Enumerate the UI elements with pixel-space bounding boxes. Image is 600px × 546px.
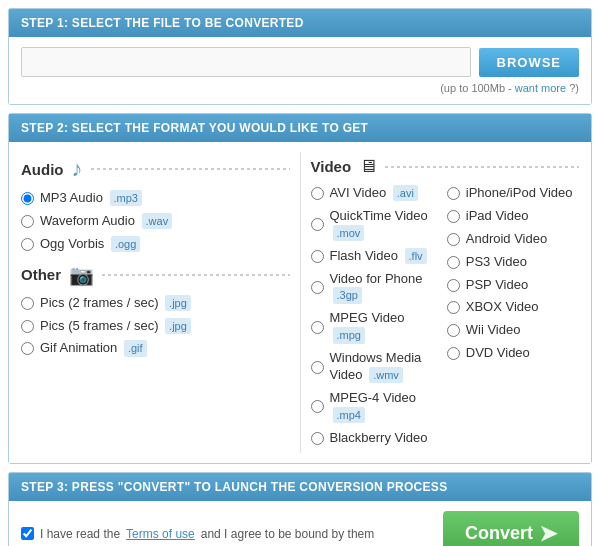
video-col2: iPhone/iPod Video iPad Video Android Vid… xyxy=(447,185,579,453)
terms-checkbox[interactable] xyxy=(21,527,34,540)
mp4-label: MPEG-4 Video .mp4 xyxy=(330,390,443,424)
step3-section: STEP 3: PRESS "CONVERT" TO LAUNCH THE CO… xyxy=(8,472,592,546)
android-radio[interactable] xyxy=(447,233,460,246)
audio-other-col: Audio MP3 Audio .mp3 Waveform Audio .wav… xyxy=(21,152,290,453)
terms-link[interactable]: Terms of use xyxy=(126,527,195,541)
step2-body: Audio MP3 Audio .mp3 Waveform Audio .wav… xyxy=(9,142,591,463)
list-item: DVD Video xyxy=(447,345,579,362)
wii-label: Wii Video xyxy=(466,322,521,339)
ogg-label: Ogg Vorbis .ogg xyxy=(40,236,140,253)
list-item: Video for Phone .3gp xyxy=(311,271,443,305)
convert-button[interactable]: Convert ➤ xyxy=(443,511,579,546)
mp4-radio[interactable] xyxy=(311,400,324,413)
step3-header: STEP 3: PRESS "CONVERT" TO LAUNCH THE CO… xyxy=(9,473,591,501)
video-label: Video xyxy=(311,158,352,175)
mp3-radio[interactable] xyxy=(21,192,34,205)
gif-radio[interactable] xyxy=(21,342,34,355)
list-item: Wii Video xyxy=(447,322,579,339)
blackberry-radio[interactable] xyxy=(311,432,324,445)
psp-label: PSP Video xyxy=(466,277,528,294)
list-item: QuickTime Video .mov xyxy=(311,208,443,242)
wav-radio[interactable] xyxy=(21,215,34,228)
dvd-label: DVD Video xyxy=(466,345,530,362)
mpg-tag: .mpg xyxy=(333,327,365,343)
xbox-radio[interactable] xyxy=(447,301,460,314)
audio-divider xyxy=(91,168,290,170)
flv-radio[interactable] xyxy=(311,250,324,263)
audio-label: Audio xyxy=(21,161,64,178)
list-item: Pics (2 frames / sec) .jpg xyxy=(21,295,290,312)
mov-label: QuickTime Video .mov xyxy=(330,208,443,242)
gif-tag: .gif xyxy=(124,340,147,356)
file-note: (up to 100Mb - want more ?) xyxy=(21,82,579,94)
file-input[interactable] xyxy=(21,47,471,77)
video-icon xyxy=(359,156,377,177)
mov-tag: .mov xyxy=(333,225,365,241)
file-input-row: BROWSE xyxy=(21,47,579,77)
psp-radio[interactable] xyxy=(447,279,460,292)
other-divider xyxy=(102,274,289,276)
3gp-tag: .3gp xyxy=(333,287,362,303)
3gp-radio[interactable] xyxy=(311,281,324,294)
mp3-label: MP3 Audio .mp3 xyxy=(40,190,142,207)
ogg-tag: .ogg xyxy=(111,236,140,252)
other-label: Other xyxy=(21,266,61,283)
gif-label: Gif Animation .gif xyxy=(40,340,147,357)
iphone-radio[interactable] xyxy=(447,187,460,200)
browse-button[interactable]: BROWSE xyxy=(479,48,580,77)
step2-header: STEP 2: SELECT THE FORMAT YOU WOULD LIKE… xyxy=(9,114,591,142)
ipad-label: iPad Video xyxy=(466,208,529,225)
want-more-link[interactable]: want more xyxy=(515,82,566,94)
mov-radio[interactable] xyxy=(311,218,324,231)
list-item: iPad Video xyxy=(447,208,579,225)
list-item: Waveform Audio .wav xyxy=(21,213,290,230)
wmv-tag: .wmv xyxy=(369,367,403,383)
camera-icon xyxy=(69,263,94,287)
pics5-radio[interactable] xyxy=(21,320,34,333)
mpg-label: MPEG Video .mpg xyxy=(330,310,443,344)
video-divider xyxy=(385,166,579,168)
dvd-radio[interactable] xyxy=(447,347,460,360)
step1-header: STEP 1: SELECT THE FILE TO BE CONVERTED xyxy=(9,9,591,37)
avi-tag: .avi xyxy=(393,185,418,201)
wmv-radio[interactable] xyxy=(311,361,324,374)
video-col: Video AVI Video .avi QuickTime Video .mo… xyxy=(311,152,580,453)
list-item: PS3 Video xyxy=(447,254,579,271)
ogg-radio[interactable] xyxy=(21,238,34,251)
terms-row: I have read the Terms of use and I agree… xyxy=(21,527,374,541)
other-category-header: Other xyxy=(21,263,290,287)
list-item: MPEG Video .mpg xyxy=(311,310,443,344)
music-icon xyxy=(72,156,83,182)
pics5-label: Pics (5 frames / sec) .jpg xyxy=(40,318,191,335)
terms-prefix: I have read the xyxy=(40,527,120,541)
pics2-radio[interactable] xyxy=(21,297,34,310)
wii-radio[interactable] xyxy=(447,324,460,337)
step1-section: STEP 1: SELECT THE FILE TO BE CONVERTED … xyxy=(8,8,592,105)
list-item: MPEG-4 Video .mp4 xyxy=(311,390,443,424)
list-item: Android Video xyxy=(447,231,579,248)
list-item: Windows Media Video .wmv xyxy=(311,350,443,384)
audio-category-header: Audio xyxy=(21,156,290,182)
arrow-icon: ➤ xyxy=(539,521,557,546)
list-item: iPhone/iPod Video xyxy=(447,185,579,202)
blackberry-label: Blackberry Video xyxy=(330,430,428,447)
list-item: XBOX Video xyxy=(447,299,579,316)
iphone-label: iPhone/iPod Video xyxy=(466,185,573,202)
terms-suffix: and I agree to be bound by them xyxy=(201,527,374,541)
col-divider xyxy=(300,152,301,453)
wav-tag: .wav xyxy=(142,213,173,229)
pics2-label: Pics (2 frames / sec) .jpg xyxy=(40,295,191,312)
wmv-label: Windows Media Video .wmv xyxy=(330,350,443,384)
pics5-tag: .jpg xyxy=(165,318,191,334)
format-section: Audio MP3 Audio .mp3 Waveform Audio .wav… xyxy=(21,152,579,453)
flv-tag: .flv xyxy=(405,248,427,264)
ps3-radio[interactable] xyxy=(447,256,460,269)
ipad-radio[interactable] xyxy=(447,210,460,223)
mp3-tag: .mp3 xyxy=(110,190,142,206)
android-label: Android Video xyxy=(466,231,547,248)
avi-radio[interactable] xyxy=(311,187,324,200)
video-col1: AVI Video .avi QuickTime Video .mov Flas… xyxy=(311,185,443,453)
mpg-radio[interactable] xyxy=(311,321,324,334)
list-item: MP3 Audio .mp3 xyxy=(21,190,290,207)
mp4-tag: .mp4 xyxy=(333,407,365,423)
